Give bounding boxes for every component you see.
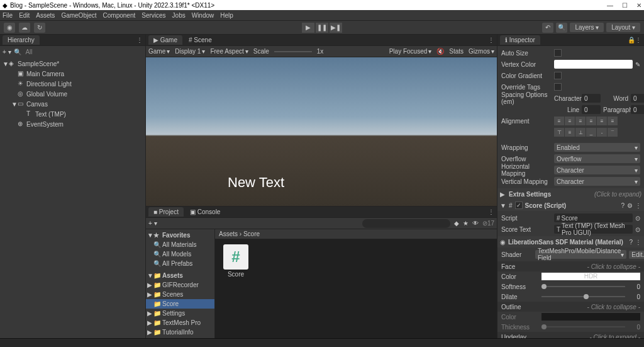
tree-row-camera[interactable]: ▣Main Camera <box>0 69 145 79</box>
auto-size-checkbox[interactable] <box>554 49 562 57</box>
menu-gameobject[interactable]: GameObject <box>61 12 96 19</box>
tab-hierarchy[interactable]: Hierarchy <box>3 35 40 45</box>
material-header[interactable]: ◉ LiberationSans SDF Material (Material)… <box>497 236 644 247</box>
dilate-slider[interactable] <box>541 296 625 297</box>
align-right-button[interactable]: ≡ <box>575 117 586 125</box>
breadcrumb[interactable]: Assets › Score <box>215 229 497 239</box>
face-header[interactable]: Face- Click to collapse - <box>497 261 644 271</box>
pause-button[interactable]: ❚❚ <box>316 23 328 33</box>
color-gradient-checkbox[interactable] <box>554 72 562 79</box>
step-button[interactable]: ▶❚ <box>330 23 342 33</box>
dilate-value[interactable]: 0 <box>628 293 640 300</box>
play-button[interactable]: ▶ <box>302 23 314 33</box>
scale-slider[interactable] <box>274 51 312 52</box>
visibility-icon[interactable]: 👁 <box>472 220 479 227</box>
create-icon[interactable]: + ▾ <box>3 48 11 55</box>
align-geo-button[interactable]: ≡ <box>608 117 618 125</box>
tree-row-eventsystem[interactable]: ⊕EventSystem <box>0 119 145 129</box>
tab-console[interactable]: ▣ Console <box>185 207 225 217</box>
minimize-button[interactable]: — <box>607 2 613 9</box>
align-justify-button[interactable]: ≡ <box>586 117 596 125</box>
tab-inspector[interactable]: ℹ Inspector <box>500 35 540 45</box>
outline-color-swatch[interactable] <box>541 313 640 321</box>
spacing-character-field[interactable]: 0 <box>582 94 601 103</box>
folder-tutorialinfo[interactable]: ▶📁TutorialInfo <box>146 327 214 337</box>
horizontal-mapping-dropdown[interactable]: Character▾ <box>554 166 640 174</box>
align-left-button[interactable]: ≡ <box>554 117 564 125</box>
filter-icon[interactable]: ◆ <box>454 220 459 227</box>
fav-all-prefabs[interactable]: 🔍All Prefabs <box>146 259 214 268</box>
aspect-dropdown[interactable]: Free Aspect ▾ <box>210 48 248 55</box>
softness-slider[interactable] <box>541 286 625 287</box>
face-color-swatch[interactable]: HDR <box>541 273 640 280</box>
overflow-dropdown[interactable]: Overflow▾ <box>554 154 640 163</box>
folder-settings[interactable]: ▶📁Settings <box>146 309 214 318</box>
stats-button[interactable]: Stats <box>449 48 464 55</box>
menu-icon[interactable]: ⋮ <box>635 202 641 209</box>
spacing-paragraph-field[interactable]: 0 <box>631 105 644 114</box>
align-flush-button[interactable]: ≡ <box>597 117 607 125</box>
menu-window[interactable]: Window <box>192 12 214 19</box>
game-dropdown[interactable]: Game ▾ <box>148 48 170 55</box>
outline-header[interactable]: Outline- Click to collapse - <box>497 302 644 312</box>
underlay-header[interactable]: Underlay- Click to expand - <box>497 332 644 338</box>
extra-settings-header[interactable]: ▶Extra Settings(Click to expand) <box>497 188 644 200</box>
override-tags-checkbox[interactable] <box>554 83 562 91</box>
layout-dropdown[interactable]: Layout ▾ <box>606 23 640 32</box>
score-text-field[interactable]: TText (TMP) (Text Mesh Pro UGUI) <box>554 225 633 234</box>
help-icon[interactable]: ? <box>621 202 625 209</box>
menu-assets[interactable]: Assets <box>36 12 55 19</box>
menu-icon[interactable]: ⋮ <box>635 239 641 246</box>
panel-menu-icon[interactable]: ⋮ <box>635 37 641 43</box>
layers-dropdown[interactable]: Layers ▾ <box>570 23 604 32</box>
tree-row-canvas[interactable]: ▼▭Canvas <box>0 99 145 109</box>
eyedropper-icon[interactable]: ✎ <box>635 61 640 68</box>
asset-score[interactable]: # Score <box>220 244 252 278</box>
align-bottom-button[interactable]: ⊥ <box>575 128 586 137</box>
softness-value[interactable]: 0 <box>628 283 640 290</box>
favorite-icon[interactable]: ★ <box>463 220 469 227</box>
object-picker-icon[interactable]: ⊙ <box>635 226 640 233</box>
help-icon[interactable]: ? <box>629 239 633 246</box>
display-dropdown[interactable]: Display 1 ▾ <box>175 48 205 55</box>
vertex-color-swatch[interactable] <box>554 60 633 69</box>
maximize-button[interactable]: ☐ <box>622 2 628 9</box>
preset-icon[interactable]: ⚙ <box>627 202 633 209</box>
score-enabled-checkbox[interactable] <box>515 202 523 209</box>
spacing-line-field[interactable]: 0 <box>582 105 601 114</box>
panel-menu-icon[interactable]: ⋮ <box>488 37 494 43</box>
lock-icon[interactable]: 🔒 <box>628 37 635 43</box>
folder-textmeshpro[interactable]: ▶📁TextMesh Pro <box>146 318 214 327</box>
assets-header[interactable]: ▼📁Assets <box>146 271 214 280</box>
tree-row-text-tmp[interactable]: TText (TMP) <box>0 109 145 119</box>
edit-button[interactable]: Edit... <box>629 251 644 259</box>
menu-help[interactable]: Help <box>220 12 233 19</box>
gizmos-dropdown[interactable]: Gizmos ▾ <box>469 48 494 55</box>
tree-row-volume[interactable]: ◎Global Volume <box>0 89 145 99</box>
tab-game[interactable]: ▶ Game <box>148 35 182 45</box>
panel-menu-icon[interactable]: ⋮ <box>136 37 143 43</box>
menu-file[interactable]: File <box>3 12 13 19</box>
create-icon[interactable]: + ▾ <box>148 220 157 227</box>
folder-scenes[interactable]: ▶📁Scenes <box>146 290 214 299</box>
tree-row-scene[interactable]: ▼◈SampleScene* <box>0 59 145 69</box>
cloud-icon[interactable]: ☁ <box>19 23 30 33</box>
search-icon[interactable]: 🔍 <box>556 23 567 33</box>
align-center-button[interactable]: ≡ <box>565 117 575 125</box>
history-icon[interactable]: ↻ <box>34 23 45 33</box>
folder-score[interactable]: 📁Score <box>146 299 214 309</box>
shader-dropdown[interactable]: TextMeshPro/Mobile/Distance Field▾ <box>535 250 626 259</box>
tab-scene[interactable]: # Scene <box>184 35 217 45</box>
fav-all-models[interactable]: 🔍All Models <box>146 249 214 259</box>
align-middle-button[interactable]: ≡ <box>565 128 575 137</box>
align-capline-button[interactable]: ¯ <box>608 128 618 137</box>
thickness-value[interactable]: 0 <box>628 324 640 331</box>
menu-jobs[interactable]: Jobs <box>172 12 186 19</box>
panel-menu-icon[interactable]: ⋮ <box>488 208 494 215</box>
align-midline-button[interactable]: - <box>597 128 607 137</box>
wrapping-dropdown[interactable]: Enabled▾ <box>554 143 640 152</box>
score-script-header[interactable]: ▼ # Score (Script) ? ⚙ ⋮ <box>497 200 644 211</box>
project-search[interactable] <box>362 219 450 228</box>
mute-icon[interactable]: 🔇 <box>436 48 444 55</box>
close-button[interactable]: ✕ <box>636 2 641 9</box>
